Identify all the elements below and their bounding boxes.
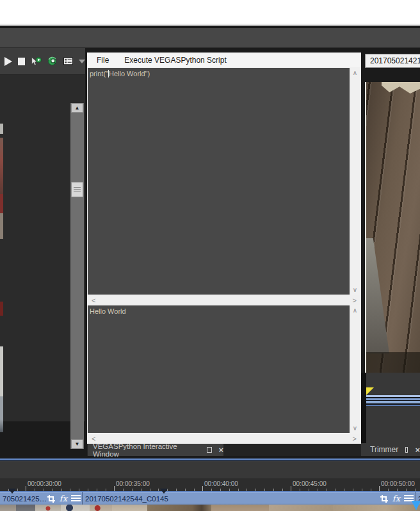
- close-icon[interactable]: ×: [415, 446, 420, 454]
- trimmer-track-bar[interactable]: [366, 395, 420, 406]
- script-text: print(": [90, 70, 108, 77]
- timeline-top-accent: [0, 458, 420, 461]
- timeline-ruler[interactable]: 00:00:30:00 00:00:35:00 00:00:40:00 00:0…: [0, 478, 420, 491]
- float-window-icon[interactable]: [207, 447, 213, 453]
- media-thumbnail-sliver: [0, 302, 3, 316]
- trimmer-video-preview[interactable]: [365, 82, 420, 373]
- menu-file[interactable]: File: [97, 56, 109, 65]
- event-fx-icon[interactable]: fx: [392, 494, 400, 503]
- stop-icon[interactable]: [18, 58, 25, 65]
- ruler-tick: 00:00:30:00: [26, 486, 26, 491]
- timeline-thumbnails[interactable]: [0, 505, 420, 511]
- ruler-tick: 00:00:40:00: [202, 486, 203, 491]
- pan-crop-icon[interactable]: [380, 494, 389, 503]
- vegaspython-tabbar: VEGASPython Interactive Window ×: [87, 444, 361, 456]
- scroll-up-icon[interactable]: ▲: [71, 103, 83, 113]
- vegaspython-menubar: File Execute VEGASPython Script: [87, 53, 361, 67]
- media-list-area[interactable]: ▲ ▼: [0, 76, 85, 421]
- float-window-icon[interactable]: [405, 447, 408, 453]
- thumb-segment: [90, 505, 112, 511]
- close-icon[interactable]: ×: [218, 446, 223, 454]
- video-frame-shadow: [366, 352, 420, 373]
- tab-label: VEGASPython Interactive Window: [93, 442, 200, 458]
- event-fx-icon[interactable]: fx: [60, 494, 67, 503]
- ruler-tick: 00:00:50:00: [379, 486, 380, 491]
- thumb-segment: [61, 505, 90, 511]
- preview-cursor-icon[interactable]: [31, 56, 42, 67]
- vegaspython-window: File Execute VEGASPython Script print("H…: [87, 53, 361, 456]
- view-options-icon[interactable]: [63, 57, 73, 65]
- thumb-segment: [269, 505, 333, 511]
- pan-crop-icon[interactable]: [47, 494, 56, 503]
- top-toolbar-strip: [0, 28, 420, 48]
- chevron-down-icon[interactable]: [79, 60, 85, 63]
- trimmer-timeline-area: Trimmer ×: [361, 373, 420, 456]
- app-window: ▲ ▼ File Execute VEGASPython Script prin…: [0, 0, 420, 511]
- script-output[interactable]: Hello World: [88, 305, 350, 433]
- thumb-segment: [211, 505, 269, 511]
- timeline-event[interactable]: 705021425… fx: [0, 492, 82, 505]
- menu-execute-script[interactable]: Execute VEGASPython Script: [124, 56, 226, 65]
- media-panel: ▲ ▼: [0, 48, 85, 421]
- tab-trimmer[interactable]: Trimmer ×: [366, 443, 420, 456]
- thumb-segment: [333, 505, 420, 511]
- ruler-tick: 00:00:45:00: [291, 486, 291, 491]
- editor-vscrollbar[interactable]: ∧∨: [350, 68, 360, 295]
- media-thumbnail-sliver: [0, 346, 3, 432]
- output-vscrollbar[interactable]: ∧∨: [350, 305, 360, 433]
- timeline-event[interactable]: 20170502142544_C0145 fx: [82, 492, 415, 505]
- thumb-segment: [112, 505, 147, 511]
- event-label: 705021425…: [0, 495, 47, 503]
- play-icon[interactable]: [4, 57, 12, 66]
- event-menu-icon[interactable]: [71, 495, 81, 502]
- thumb-segment: [16, 505, 35, 511]
- editor-hscrollbar[interactable]: <>: [88, 295, 360, 305]
- media-thumbnail-sliver: [0, 213, 3, 239]
- media-thumbnail-sliver: [0, 138, 3, 194]
- trimmer-media-selector[interactable]: 20170502142153: [365, 54, 420, 68]
- scroll-down-icon[interactable]: ▼: [71, 439, 83, 449]
- timeline[interactable]: 00:00:30:00 00:00:35:00 00:00:40:00 00:0…: [0, 458, 420, 511]
- trimmer-marker-icon[interactable]: [366, 387, 374, 395]
- media-panel-toolbar: [0, 48, 85, 75]
- top-white-area: [0, 0, 420, 24]
- scrollbar-thumb[interactable]: [71, 182, 83, 197]
- thumb-segment: [0, 505, 16, 511]
- ruler-tick: 00:00:35:00: [114, 486, 115, 491]
- tab-label: Trimmer: [370, 445, 398, 454]
- script-text: Hello World"): [109, 70, 150, 77]
- tab-vegaspython-interactive-window[interactable]: VEGASPython Interactive Window ×: [88, 444, 223, 456]
- thumb-segment: [147, 505, 211, 511]
- media-thumbnail-sliver: [0, 194, 3, 213]
- media-search-icon[interactable]: [47, 56, 58, 67]
- event-marker-icon: [160, 489, 168, 494]
- media-thumbnail-sliver: [0, 124, 3, 134]
- event-label: 20170502142544_C0145: [83, 495, 168, 503]
- timeline-track[interactable]: 705021425… fx 20170502142544_C0145: [0, 491, 420, 505]
- timeline-playhead-icon[interactable]: [412, 501, 420, 510]
- thumb-segment: [35, 505, 61, 511]
- trimmer-left-edge: [361, 373, 366, 443]
- media-scrollbar[interactable]: ▲ ▼: [70, 103, 84, 449]
- script-editor[interactable]: print("Hello World"): [88, 68, 350, 295]
- event-marker-icon: [8, 489, 16, 494]
